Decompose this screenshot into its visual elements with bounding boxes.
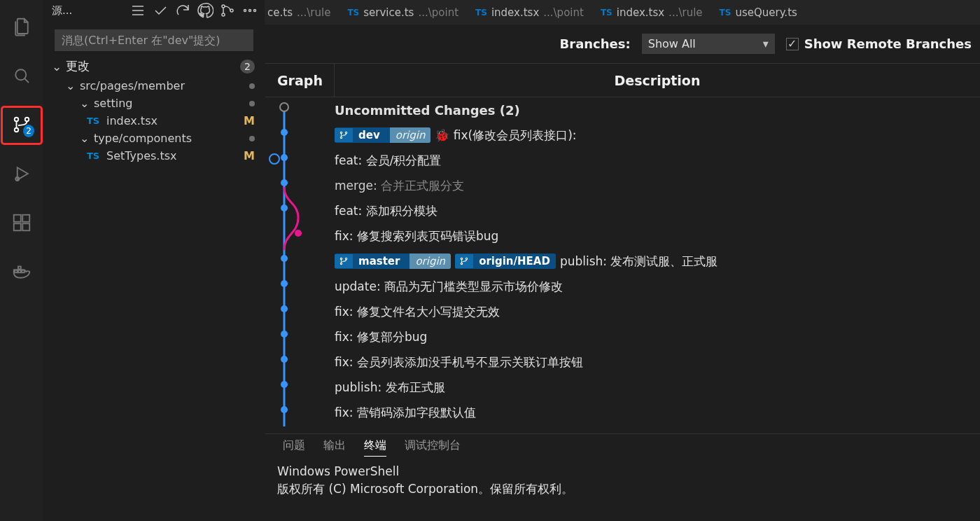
svg-point-0 (15, 69, 26, 80)
branch-ref[interactable]: master origin (335, 253, 451, 269)
more-icon[interactable] (241, 1, 259, 20)
chevron-down-icon: ⌄ (80, 97, 90, 110)
svg-point-3 (25, 118, 29, 122)
folder-label: src/pages/member (80, 79, 185, 92)
activity-docker[interactable] (5, 255, 38, 289)
commit-row[interactable]: master origin origin/HEAD publish: 发布测试服… (265, 249, 980, 274)
graph-column-header: Graph (265, 64, 335, 97)
changes-count: 2 (240, 60, 255, 74)
panel-tab-problems[interactable]: 问题 (283, 438, 305, 457)
commit-row[interactable]: merge: 合并正式服分支 (265, 173, 980, 198)
commit-row[interactable]: feat: 会员/积分配置 (265, 148, 980, 173)
bottom-panel: 问题 输出 终端 调试控制台 Windows PowerShell 版权所有 (… (265, 433, 980, 521)
svg-point-39 (461, 258, 462, 259)
editor-tab[interactable]: TSindex.tsx...\point (467, 0, 592, 25)
graph-settings-icon[interactable] (218, 1, 237, 20)
commit-row[interactable]: feat: 添加积分模块 (265, 198, 980, 223)
branch-toolbar: Branches: Show All ▾ ✓ Show Remote Branc… (265, 25, 980, 64)
editor-tab[interactable]: ce.ts...\rule (265, 0, 339, 25)
folder-row[interactable]: ⌄ src/pages/member (43, 77, 265, 95)
status-dot (249, 136, 255, 141)
editor-tab[interactable]: TSindex.tsx...\rule (592, 0, 711, 25)
branch-ref[interactable]: dev origin (335, 127, 430, 143)
commit-row[interactable]: fix: 营销码添加字段默认值 (265, 400, 980, 425)
panel-tab-output[interactable]: 输出 (323, 438, 346, 457)
panel-tab-debug[interactable]: 调试控制台 (405, 438, 461, 457)
files-icon (11, 16, 32, 37)
chevron-down-icon: ⌄ (66, 79, 76, 92)
checkbox-icon: ✓ (786, 38, 799, 50)
graph-body[interactable]: Uncommitted Changes (2) dev origin 🐞 fix… (265, 97, 980, 433)
activity-run[interactable] (5, 157, 38, 190)
commit-row[interactable]: fix: 修复文件名大小写提交无效 (265, 299, 980, 324)
activity-explorer[interactable] (5, 10, 38, 43)
commit-row[interactable]: dev origin 🐞 fix(修改会员列表接口): (265, 123, 980, 148)
activity-search[interactable] (5, 59, 38, 92)
folder-row[interactable]: ⌄ setting (43, 95, 265, 112)
svg-rect-5 (14, 215, 21, 222)
docker-icon (11, 261, 32, 282)
ts-file-icon: TS (720, 8, 732, 18)
commit-row[interactable]: update: 商品为无门槛类型显示市场价修改 (265, 274, 980, 299)
svg-point-33 (340, 132, 342, 133)
editor-tab[interactable]: TSservice.ts...\point (339, 0, 467, 25)
activity-extensions[interactable] (5, 206, 38, 239)
extensions-icon (11, 212, 32, 233)
commit-check-icon[interactable] (151, 1, 169, 20)
svg-point-36 (340, 258, 342, 259)
commit-row[interactable]: Uncommitted Changes (2) (265, 97, 980, 123)
file-status: M (244, 149, 255, 162)
commit-row[interactable]: fix: 修复部分bug (265, 324, 980, 349)
section-label: 更改 (66, 58, 90, 74)
activity-scm[interactable]: 2 (5, 108, 38, 141)
branch-select[interactable]: Show All ▾ (642, 34, 775, 54)
head-ring-icon (269, 153, 280, 165)
svg-point-16 (244, 10, 246, 12)
bug-icon: 🐞 (435, 128, 449, 142)
show-remote-checkbox[interactable]: ✓ Show Remote Branches (786, 36, 972, 51)
refresh-icon[interactable] (174, 1, 192, 20)
side-title: 源... (52, 4, 72, 18)
commit-row[interactable]: publish: 发布正式服 (265, 375, 980, 400)
editor-main: ce.ts...\rule TSservice.ts...\point TSin… (265, 0, 980, 521)
branches-label: Branches: (560, 36, 631, 51)
folder-row[interactable]: ⌄ type/components (43, 130, 265, 147)
description-column-header: Description (335, 64, 980, 97)
commit-row[interactable]: fix: 会员列表添加没手机号不显示关联订单按钮 (265, 349, 980, 375)
svg-rect-6 (14, 223, 21, 230)
file-label: index.tsx (106, 114, 158, 127)
svg-point-14 (222, 13, 225, 16)
svg-rect-8 (22, 215, 29, 222)
branch-icon (335, 254, 353, 268)
status-dot (249, 83, 255, 89)
tab-bar: ce.ts...\rule TSservice.ts...\point TSin… (265, 0, 980, 25)
svg-rect-12 (18, 267, 21, 270)
status-dot (249, 101, 255, 106)
svg-point-1 (15, 118, 19, 122)
side-header: 源... (43, 0, 265, 22)
ts-file-icon: TS (87, 116, 102, 126)
search-icon (11, 65, 32, 86)
branch-icon (335, 128, 353, 142)
branch-ref[interactable]: origin/HEAD (455, 253, 556, 269)
file-status: M (244, 114, 255, 127)
file-row[interactable]: TS index.tsx M (43, 112, 265, 130)
svg-point-2 (15, 128, 19, 132)
commit-message-input[interactable] (55, 29, 253, 51)
play-bug-icon (11, 163, 32, 184)
side-panel: 源... ⌄ 更改 2 ⌄ src/pages/member ⌄ setti (43, 0, 265, 521)
ts-file-icon: TS (347, 8, 359, 18)
terminal-output[interactable]: Windows PowerShell 版权所有 (C) Microsoft Co… (265, 459, 980, 521)
view-list-icon[interactable] (129, 1, 147, 20)
changes-section[interactable]: ⌄ 更改 2 (43, 55, 265, 77)
commit-row[interactable]: fix: 修复搜索列表页码错误bug (265, 223, 980, 249)
github-icon[interactable] (196, 1, 214, 20)
panel-tab-terminal[interactable]: 终端 (364, 438, 386, 457)
branch-icon (455, 254, 473, 268)
panel-tabs: 问题 输出 终端 调试控制台 (265, 434, 980, 459)
file-row[interactable]: TS SetTypes.tsx M (43, 147, 265, 165)
svg-point-38 (345, 258, 346, 259)
editor-tab[interactable]: TSuseQuery.ts (711, 0, 806, 25)
graph-header: Graph Description (265, 64, 980, 97)
ts-file-icon: TS (475, 8, 487, 18)
